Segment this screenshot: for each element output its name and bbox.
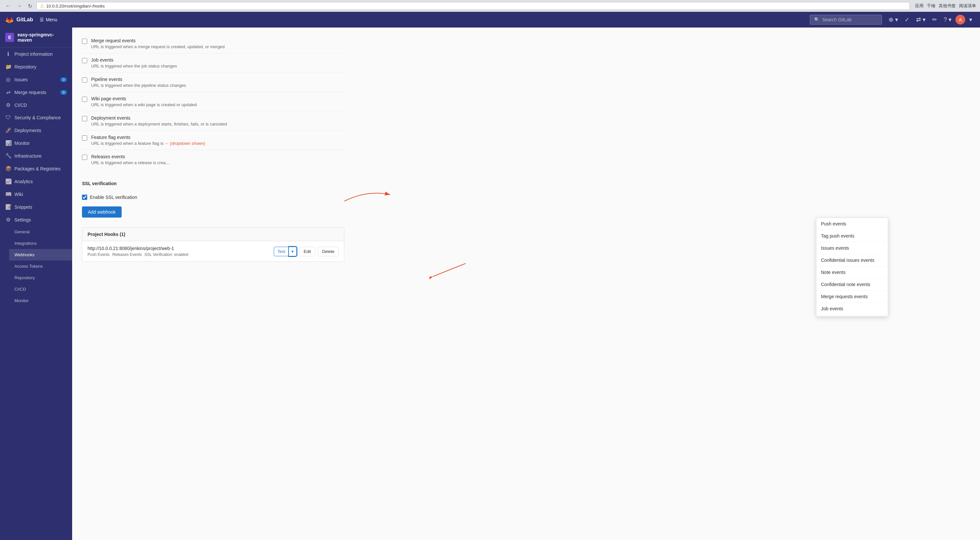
sidebar-label-analytics: Analytics (14, 179, 33, 184)
deployment-checkbox[interactable] (82, 116, 87, 121)
test-btn-container: Test ▾ (274, 247, 297, 256)
sidebar-label-settings: Settings (14, 217, 31, 222)
todo-button[interactable]: ✓ (902, 14, 912, 25)
sidebar-item-issues[interactable]: ◎ Issues 0 (0, 73, 72, 86)
feature-flag-checkbox[interactable] (82, 135, 87, 141)
sidebar-item-monitor[interactable]: 📊 Monitor (0, 137, 72, 149)
sidebar-project[interactable]: E easy-springmvc-maven (0, 27, 72, 48)
packages-icon: 📦 (5, 165, 11, 172)
sidebar-item-webhooks[interactable]: Webhooks (9, 249, 72, 260)
sidebar-item-general[interactable]: General (9, 226, 72, 238)
general-label: General (14, 229, 30, 234)
sidebar-label-project-info: Project information (14, 51, 53, 57)
security-warning-icon: ⚠ (40, 3, 44, 8)
wiki-info: Wiki page events URL is triggered when a… (91, 96, 197, 107)
event-item-pipeline: Pipeline events URL is triggered when th… (82, 73, 344, 92)
wiki-icon: 📖 (5, 191, 11, 197)
merge-request-checkbox[interactable] (82, 39, 87, 44)
dropdown-scroll-area[interactable]: Push events Tag push events Issues event… (816, 218, 888, 316)
gitlab-logo-icon (5, 15, 14, 24)
search-input[interactable] (822, 17, 878, 22)
back-button[interactable]: ← (4, 2, 13, 10)
dropdown-item-job-events[interactable]: Job events (816, 303, 888, 315)
event-item-releases: Releases events URL is triggered when a … (82, 150, 344, 169)
wiki-checkbox[interactable] (82, 97, 87, 102)
address-bar[interactable]: ⚠ 10.0.0.20/root/xingdian/-/hooks (37, 2, 910, 10)
sidebar-item-analytics[interactable]: 📈 Analytics (0, 175, 72, 188)
menu-button[interactable]: ☰ Menu (37, 16, 60, 24)
nav-icons: ⊕ ▾ ✓ ⇄ ▾ ✏ ? ▾ A ▾ (886, 14, 975, 25)
monitor-icon: 📊 (5, 140, 11, 146)
issues-badge: 0 (60, 77, 67, 82)
help-button[interactable]: ? ▾ (941, 14, 954, 25)
bookmark-apps[interactable]: 应用 (915, 3, 924, 9)
webhook-content: Merge request events URL is triggered wh… (72, 27, 354, 268)
repository-icon: 📁 (5, 64, 11, 70)
sidebar-item-integrations[interactable]: Integrations (9, 238, 72, 249)
releases-checkbox[interactable] (82, 155, 87, 160)
sidebar-item-wiki[interactable]: 📖 Wiki (0, 188, 72, 200)
hook-info: http://10.0.0.21:8080/jenkins/project/we… (88, 246, 274, 257)
dropdown-item-pipeline-events[interactable]: Pipeline events (816, 315, 888, 316)
ssl-checkbox-row: Enable SSL verification (82, 195, 344, 200)
monitor-settings-label: Monitor (14, 298, 29, 303)
test-button[interactable]: Test (274, 247, 289, 256)
delete-button[interactable]: Delete (318, 247, 339, 256)
sidebar-item-merge-requests[interactable]: ⇌ Merge requests 0 (0, 86, 72, 98)
sidebar-item-project-info[interactable]: ℹ Project information (0, 48, 72, 60)
sidebar-item-access-tokens[interactable]: Access Tokens (9, 260, 72, 272)
sidebar-item-settings[interactable]: ⚙ Settings (0, 213, 72, 226)
dropdown-item-note-events[interactable]: Note events (816, 267, 888, 278)
sidebar-label-snippets: Snippets (14, 205, 32, 210)
releases-info: Releases events URL is triggered when a … (91, 154, 170, 165)
sidebar-label-infrastructure: Infrastructure (14, 153, 41, 159)
forward-button[interactable]: → (15, 2, 24, 10)
bookmark-qianchui[interactable]: 千锤 (927, 3, 935, 9)
merge-button[interactable]: ⇄ ▾ (913, 14, 928, 25)
ssl-checkbox[interactable] (82, 195, 87, 200)
dropdown-item-push-events[interactable]: Push events (816, 218, 888, 230)
hook-actions: Test ▾ Edit Delete (274, 247, 339, 256)
dropdown-item-issues-events[interactable]: Issues events (816, 242, 888, 254)
user-avatar[interactable]: A (955, 15, 965, 25)
deployment-info: Deployment events URL is triggered when … (91, 115, 227, 127)
bookmark-other[interactable]: 其他书签 (939, 3, 956, 9)
releases-desc: URL is triggered when a release is crea… (91, 160, 170, 165)
pipeline-checkbox[interactable] (82, 77, 87, 83)
sidebar-item-snippets[interactable]: 📝 Snippets (0, 200, 72, 213)
ssl-section: SSL verification (82, 176, 344, 195)
sidebar-item-packages[interactable]: 📦 Packages & Registries (0, 162, 72, 175)
sidebar-item-infrastructure[interactable]: 🔧 Infrastructure (0, 149, 72, 162)
reload-button[interactable]: ↻ (26, 2, 34, 10)
test-dropdown-arrow[interactable]: ▾ (289, 247, 297, 256)
sidebar-item-cicd[interactable]: ⚙ CI/CD (0, 98, 72, 111)
merge-request-info: Merge request events URL is triggered wh… (91, 38, 224, 49)
sidebar-item-cicd-settings[interactable]: CI/CD (9, 283, 72, 295)
gitlab-logo[interactable]: GitLab (5, 15, 33, 24)
hook-tag-ssl: SSL Verification: enabled (144, 252, 188, 257)
user-dropdown-button[interactable]: ▾ (967, 14, 975, 25)
sidebar-item-monitor-settings[interactable]: Monitor (9, 295, 72, 307)
search-box[interactable]: 🔍 (810, 15, 882, 25)
infrastructure-icon: 🔧 (5, 153, 11, 159)
dropdown-item-merge-requests[interactable]: Merge requests events (816, 291, 888, 303)
edit-button[interactable]: Edit (299, 247, 315, 256)
cicd-icon: ⚙ (5, 102, 11, 108)
snippets-icon: 📝 (5, 204, 11, 210)
add-webhook-button[interactable]: Add webhook (82, 206, 122, 218)
sidebar-item-repository-settings[interactable]: Repository (9, 272, 72, 283)
feature-flag-desc: URL is triggered when a feature flag is … (91, 141, 205, 146)
bookmark-reader[interactable]: 阅读清单 (959, 3, 976, 9)
pipeline-info: Pipeline events URL is triggered when th… (91, 77, 186, 88)
create-button[interactable]: ⊕ ▾ (886, 14, 900, 25)
sidebar-item-repository[interactable]: 📁 Repository (0, 60, 72, 73)
sidebar-item-security[interactable]: 🛡 Security & Compliance (0, 111, 72, 124)
sidebar-item-deployments[interactable]: 🚀 Deployments (0, 124, 72, 137)
edit-button[interactable]: ✏ (929, 14, 940, 25)
dropdown-item-confidential-issues[interactable]: Confidential issues events (816, 254, 888, 267)
dropdown-item-tag-push[interactable]: Tag push events (816, 230, 888, 242)
job-checkbox[interactable] (82, 58, 87, 63)
dropdown-item-confidential-note[interactable]: Confidential note events (816, 278, 888, 291)
event-item-feature-flag: Feature flag events URL is triggered whe… (82, 131, 344, 150)
sidebar-label-cicd: CI/CD (14, 103, 27, 108)
